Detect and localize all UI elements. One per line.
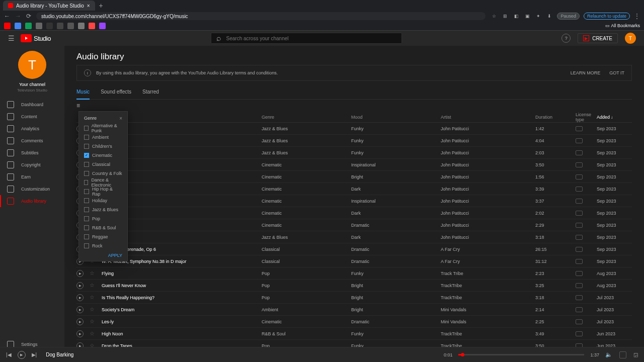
star-icon[interactable]: ☆ <box>90 282 95 288</box>
license-icon[interactable] <box>576 331 583 336</box>
license-icon[interactable] <box>576 174 583 179</box>
bookmark-item[interactable] <box>57 23 63 29</box>
got-it-button[interactable]: GOT IT <box>609 70 624 75</box>
license-icon[interactable] <box>619 351 626 358</box>
license-icon[interactable] <box>576 235 583 240</box>
license-icon[interactable] <box>576 271 583 276</box>
checkbox-icon[interactable] <box>84 144 89 149</box>
help-icon[interactable]: ? <box>561 34 571 43</box>
sidebar-item-comments[interactable]: Comments <box>0 135 64 147</box>
license-icon[interactable] <box>576 247 583 252</box>
genre-option[interactable]: Jazz & Blues <box>84 206 122 214</box>
checkbox-icon[interactable] <box>84 135 89 140</box>
genre-option[interactable]: Ambient <box>84 133 122 141</box>
bookmark-item[interactable] <box>99 23 106 29</box>
sidebar-item-customization[interactable]: Customization <box>0 183 64 195</box>
all-bookmarks[interactable]: ▭ All Bookmarks <box>605 23 640 28</box>
seek-bar[interactable] <box>458 354 584 355</box>
col-mood[interactable]: Mood <box>351 115 441 120</box>
genre-option[interactable]: Holiday <box>84 197 122 205</box>
star-icon[interactable]: ☆ <box>90 270 95 276</box>
play-button[interactable]: ▶ <box>18 351 26 359</box>
genre-option[interactable]: Hip Hop & Rap <box>84 188 122 196</box>
tab-sound-effects[interactable]: Sound effects <box>101 85 131 99</box>
reload-icon[interactable]: ⟳ <box>26 13 31 20</box>
url-bar[interactable]: studio.youtube.com/channel/UCXS7ff74MW0G… <box>36 12 486 20</box>
license-icon[interactable] <box>576 283 583 288</box>
tab-starred[interactable]: Starred <box>142 85 159 99</box>
checkbox-icon[interactable] <box>84 234 89 239</box>
license-icon[interactable] <box>576 211 583 216</box>
sidebar-item-dashboard[interactable]: Dashboard <box>0 99 64 111</box>
col-license[interactable]: License type <box>576 112 597 122</box>
next-icon[interactable]: ▶| <box>32 352 37 357</box>
play-icon[interactable]: ▶ <box>76 294 84 301</box>
bookmark-item[interactable] <box>67 23 74 29</box>
license-icon[interactable] <box>576 319 583 324</box>
checkbox-icon[interactable] <box>84 189 89 194</box>
checkbox-icon[interactable] <box>84 243 89 248</box>
create-button[interactable]: ▶ CREATE <box>578 33 618 43</box>
previous-icon[interactable]: |◀ <box>6 352 12 357</box>
col-duration[interactable]: Duration <box>535 115 576 120</box>
star-icon[interactable]: ☆ <box>90 318 95 324</box>
col-genre[interactable]: Genre <box>262 115 351 120</box>
learn-more-button[interactable]: LEARN MORE <box>571 70 601 75</box>
sidebar-item-audio-library[interactable]: Audio library <box>0 195 64 207</box>
seek-knob[interactable] <box>461 353 464 356</box>
checkbox-icon[interactable] <box>84 162 89 167</box>
checkbox-icon[interactable] <box>84 216 89 221</box>
license-icon[interactable] <box>576 307 583 312</box>
play-icon[interactable]: ▶ <box>76 270 84 277</box>
checkbox-icon[interactable] <box>84 171 89 176</box>
sidebar-item-earn[interactable]: Earn <box>0 171 64 183</box>
extension-icon[interactable]: ⊞ <box>502 13 509 20</box>
bookmark-item[interactable] <box>46 23 53 29</box>
bookmark-item[interactable] <box>89 23 95 29</box>
relaunch-button[interactable]: Relaunch to update <box>584 13 630 20</box>
volume-icon[interactable]: 🔈 <box>605 351 612 358</box>
bookmark-item[interactable] <box>36 23 42 29</box>
checkbox-icon[interactable] <box>84 225 89 230</box>
bookmark-item[interactable] <box>15 23 21 29</box>
col-added[interactable]: Added↓ <box>597 115 632 120</box>
play-icon[interactable]: ▶ <box>76 330 84 337</box>
sidebar-item-copyright[interactable]: Copyright <box>0 159 64 171</box>
download-icon[interactable]: ⬇ <box>546 13 553 20</box>
star-icon[interactable]: ☆ <box>491 13 498 20</box>
back-icon[interactable]: ← <box>4 13 10 20</box>
bookmark-item[interactable] <box>25 23 32 29</box>
genre-option[interactable]: Children's <box>84 142 122 150</box>
col-artist[interactable]: Artist <box>441 115 535 120</box>
checkbox-icon[interactable] <box>84 198 89 203</box>
genre-option[interactable]: Country & Folk <box>84 169 122 177</box>
checkbox-icon[interactable] <box>84 126 89 131</box>
youtube-studio-logo[interactable]: Studio <box>21 34 51 42</box>
play-icon[interactable]: ▶ <box>76 306 84 313</box>
new-tab-button[interactable]: + <box>99 2 103 10</box>
license-icon[interactable] <box>576 295 583 300</box>
sidebar-item-content[interactable]: Content <box>0 111 64 123</box>
apply-button[interactable]: APPLY <box>84 253 122 258</box>
sidebar-item-analytics[interactable]: Analytics <box>0 123 64 135</box>
menu-icon[interactable]: ⋮ <box>634 13 640 20</box>
puzzle-icon[interactable]: ✦ <box>535 13 542 20</box>
genre-option[interactable]: Rock <box>84 242 122 250</box>
star-icon[interactable]: ☆ <box>90 306 95 312</box>
play-icon[interactable]: ▶ <box>76 282 84 289</box>
checkbox-icon[interactable] <box>84 180 88 185</box>
browser-tab[interactable]: Audio library - YouTube Studio × <box>3 1 95 11</box>
license-icon[interactable] <box>576 259 583 264</box>
avatar[interactable]: T <box>625 33 636 44</box>
genre-option[interactable]: Pop <box>84 215 122 223</box>
star-icon[interactable]: ☆ <box>90 294 95 300</box>
sidebar-item-subtitles[interactable]: Subtitles <box>0 147 64 159</box>
extension-icon[interactable]: ◧ <box>513 13 520 20</box>
license-icon[interactable] <box>576 223 583 228</box>
play-icon[interactable]: ▶ <box>76 318 84 325</box>
license-icon[interactable] <box>576 138 583 143</box>
filter-icon[interactable]: ≡ <box>76 102 80 109</box>
hamburger-icon[interactable]: ☰ <box>8 34 15 42</box>
miniplayer-icon[interactable]: ◲ <box>633 352 638 357</box>
license-icon[interactable] <box>576 126 583 131</box>
